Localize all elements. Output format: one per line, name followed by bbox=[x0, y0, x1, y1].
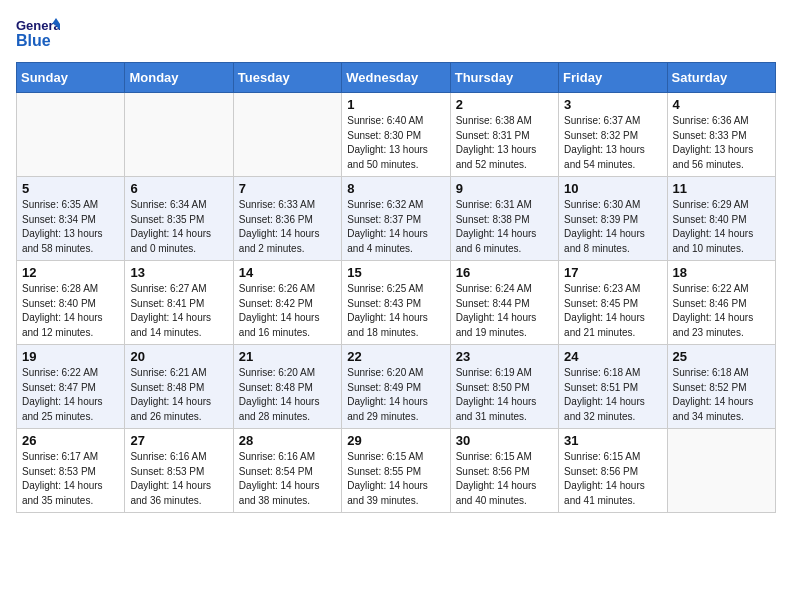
day-header-thursday: Thursday bbox=[450, 63, 558, 93]
calendar-cell: 15Sunrise: 6:25 AM Sunset: 8:43 PM Dayli… bbox=[342, 261, 450, 345]
day-info: Sunrise: 6:15 AM Sunset: 8:56 PM Dayligh… bbox=[456, 450, 553, 508]
calendar-week-1: 1Sunrise: 6:40 AM Sunset: 8:30 PM Daylig… bbox=[17, 93, 776, 177]
calendar-cell: 28Sunrise: 6:16 AM Sunset: 8:54 PM Dayli… bbox=[233, 429, 341, 513]
calendar-cell: 2Sunrise: 6:38 AM Sunset: 8:31 PM Daylig… bbox=[450, 93, 558, 177]
calendar-week-2: 5Sunrise: 6:35 AM Sunset: 8:34 PM Daylig… bbox=[17, 177, 776, 261]
calendar-cell: 17Sunrise: 6:23 AM Sunset: 8:45 PM Dayli… bbox=[559, 261, 667, 345]
day-number: 30 bbox=[456, 433, 553, 448]
day-info: Sunrise: 6:33 AM Sunset: 8:36 PM Dayligh… bbox=[239, 198, 336, 256]
day-info: Sunrise: 6:40 AM Sunset: 8:30 PM Dayligh… bbox=[347, 114, 444, 172]
day-number: 24 bbox=[564, 349, 661, 364]
day-number: 19 bbox=[22, 349, 119, 364]
day-number: 8 bbox=[347, 181, 444, 196]
calendar-cell: 25Sunrise: 6:18 AM Sunset: 8:52 PM Dayli… bbox=[667, 345, 775, 429]
day-number: 7 bbox=[239, 181, 336, 196]
day-info: Sunrise: 6:15 AM Sunset: 8:55 PM Dayligh… bbox=[347, 450, 444, 508]
day-number: 31 bbox=[564, 433, 661, 448]
calendar-cell: 7Sunrise: 6:33 AM Sunset: 8:36 PM Daylig… bbox=[233, 177, 341, 261]
day-info: Sunrise: 6:19 AM Sunset: 8:50 PM Dayligh… bbox=[456, 366, 553, 424]
calendar-cell: 19Sunrise: 6:22 AM Sunset: 8:47 PM Dayli… bbox=[17, 345, 125, 429]
calendar-cell: 6Sunrise: 6:34 AM Sunset: 8:35 PM Daylig… bbox=[125, 177, 233, 261]
calendar-cell: 11Sunrise: 6:29 AM Sunset: 8:40 PM Dayli… bbox=[667, 177, 775, 261]
calendar-cell: 26Sunrise: 6:17 AM Sunset: 8:53 PM Dayli… bbox=[17, 429, 125, 513]
day-info: Sunrise: 6:31 AM Sunset: 8:38 PM Dayligh… bbox=[456, 198, 553, 256]
calendar-cell: 8Sunrise: 6:32 AM Sunset: 8:37 PM Daylig… bbox=[342, 177, 450, 261]
calendar-cell: 27Sunrise: 6:16 AM Sunset: 8:53 PM Dayli… bbox=[125, 429, 233, 513]
calendar-cell: 14Sunrise: 6:26 AM Sunset: 8:42 PM Dayli… bbox=[233, 261, 341, 345]
day-number: 26 bbox=[22, 433, 119, 448]
day-number: 27 bbox=[130, 433, 227, 448]
day-header-tuesday: Tuesday bbox=[233, 63, 341, 93]
day-number: 2 bbox=[456, 97, 553, 112]
day-info: Sunrise: 6:16 AM Sunset: 8:54 PM Dayligh… bbox=[239, 450, 336, 508]
calendar-table: SundayMondayTuesdayWednesdayThursdayFrid… bbox=[16, 62, 776, 513]
day-info: Sunrise: 6:20 AM Sunset: 8:48 PM Dayligh… bbox=[239, 366, 336, 424]
day-info: Sunrise: 6:16 AM Sunset: 8:53 PM Dayligh… bbox=[130, 450, 227, 508]
day-number: 12 bbox=[22, 265, 119, 280]
day-number: 28 bbox=[239, 433, 336, 448]
calendar-week-3: 12Sunrise: 6:28 AM Sunset: 8:40 PM Dayli… bbox=[17, 261, 776, 345]
day-info: Sunrise: 6:15 AM Sunset: 8:56 PM Dayligh… bbox=[564, 450, 661, 508]
page-header: General Blue bbox=[16, 16, 776, 52]
calendar-week-5: 26Sunrise: 6:17 AM Sunset: 8:53 PM Dayli… bbox=[17, 429, 776, 513]
day-info: Sunrise: 6:20 AM Sunset: 8:49 PM Dayligh… bbox=[347, 366, 444, 424]
logo: General Blue bbox=[16, 16, 64, 52]
day-info: Sunrise: 6:18 AM Sunset: 8:52 PM Dayligh… bbox=[673, 366, 770, 424]
day-info: Sunrise: 6:32 AM Sunset: 8:37 PM Dayligh… bbox=[347, 198, 444, 256]
day-info: Sunrise: 6:38 AM Sunset: 8:31 PM Dayligh… bbox=[456, 114, 553, 172]
day-info: Sunrise: 6:23 AM Sunset: 8:45 PM Dayligh… bbox=[564, 282, 661, 340]
day-info: Sunrise: 6:36 AM Sunset: 8:33 PM Dayligh… bbox=[673, 114, 770, 172]
calendar-cell: 10Sunrise: 6:30 AM Sunset: 8:39 PM Dayli… bbox=[559, 177, 667, 261]
day-number: 11 bbox=[673, 181, 770, 196]
day-info: Sunrise: 6:35 AM Sunset: 8:34 PM Dayligh… bbox=[22, 198, 119, 256]
calendar-header-row: SundayMondayTuesdayWednesdayThursdayFrid… bbox=[17, 63, 776, 93]
svg-text:Blue: Blue bbox=[16, 32, 51, 49]
calendar-cell bbox=[125, 93, 233, 177]
day-number: 23 bbox=[456, 349, 553, 364]
calendar-cell: 23Sunrise: 6:19 AM Sunset: 8:50 PM Dayli… bbox=[450, 345, 558, 429]
calendar-cell: 5Sunrise: 6:35 AM Sunset: 8:34 PM Daylig… bbox=[17, 177, 125, 261]
day-number: 22 bbox=[347, 349, 444, 364]
calendar-cell bbox=[17, 93, 125, 177]
day-info: Sunrise: 6:22 AM Sunset: 8:47 PM Dayligh… bbox=[22, 366, 119, 424]
day-number: 6 bbox=[130, 181, 227, 196]
calendar-cell: 3Sunrise: 6:37 AM Sunset: 8:32 PM Daylig… bbox=[559, 93, 667, 177]
day-number: 9 bbox=[456, 181, 553, 196]
calendar-cell: 24Sunrise: 6:18 AM Sunset: 8:51 PM Dayli… bbox=[559, 345, 667, 429]
day-number: 14 bbox=[239, 265, 336, 280]
calendar-cell: 9Sunrise: 6:31 AM Sunset: 8:38 PM Daylig… bbox=[450, 177, 558, 261]
calendar-cell bbox=[233, 93, 341, 177]
calendar-cell: 31Sunrise: 6:15 AM Sunset: 8:56 PM Dayli… bbox=[559, 429, 667, 513]
day-number: 4 bbox=[673, 97, 770, 112]
day-number: 21 bbox=[239, 349, 336, 364]
day-number: 10 bbox=[564, 181, 661, 196]
day-info: Sunrise: 6:37 AM Sunset: 8:32 PM Dayligh… bbox=[564, 114, 661, 172]
day-info: Sunrise: 6:26 AM Sunset: 8:42 PM Dayligh… bbox=[239, 282, 336, 340]
day-number: 17 bbox=[564, 265, 661, 280]
calendar-cell: 12Sunrise: 6:28 AM Sunset: 8:40 PM Dayli… bbox=[17, 261, 125, 345]
day-info: Sunrise: 6:34 AM Sunset: 8:35 PM Dayligh… bbox=[130, 198, 227, 256]
day-info: Sunrise: 6:21 AM Sunset: 8:48 PM Dayligh… bbox=[130, 366, 227, 424]
calendar-cell: 1Sunrise: 6:40 AM Sunset: 8:30 PM Daylig… bbox=[342, 93, 450, 177]
day-info: Sunrise: 6:30 AM Sunset: 8:39 PM Dayligh… bbox=[564, 198, 661, 256]
day-number: 29 bbox=[347, 433, 444, 448]
day-header-friday: Friday bbox=[559, 63, 667, 93]
calendar-cell bbox=[667, 429, 775, 513]
day-info: Sunrise: 6:27 AM Sunset: 8:41 PM Dayligh… bbox=[130, 282, 227, 340]
day-header-sunday: Sunday bbox=[17, 63, 125, 93]
day-number: 13 bbox=[130, 265, 227, 280]
calendar-cell: 18Sunrise: 6:22 AM Sunset: 8:46 PM Dayli… bbox=[667, 261, 775, 345]
calendar-cell: 22Sunrise: 6:20 AM Sunset: 8:49 PM Dayli… bbox=[342, 345, 450, 429]
calendar-cell: 13Sunrise: 6:27 AM Sunset: 8:41 PM Dayli… bbox=[125, 261, 233, 345]
day-info: Sunrise: 6:24 AM Sunset: 8:44 PM Dayligh… bbox=[456, 282, 553, 340]
day-number: 20 bbox=[130, 349, 227, 364]
day-number: 3 bbox=[564, 97, 661, 112]
calendar-cell: 29Sunrise: 6:15 AM Sunset: 8:55 PM Dayli… bbox=[342, 429, 450, 513]
day-info: Sunrise: 6:25 AM Sunset: 8:43 PM Dayligh… bbox=[347, 282, 444, 340]
calendar-cell: 21Sunrise: 6:20 AM Sunset: 8:48 PM Dayli… bbox=[233, 345, 341, 429]
day-number: 5 bbox=[22, 181, 119, 196]
calendar-cell: 20Sunrise: 6:21 AM Sunset: 8:48 PM Dayli… bbox=[125, 345, 233, 429]
day-info: Sunrise: 6:29 AM Sunset: 8:40 PM Dayligh… bbox=[673, 198, 770, 256]
day-info: Sunrise: 6:28 AM Sunset: 8:40 PM Dayligh… bbox=[22, 282, 119, 340]
day-info: Sunrise: 6:22 AM Sunset: 8:46 PM Dayligh… bbox=[673, 282, 770, 340]
